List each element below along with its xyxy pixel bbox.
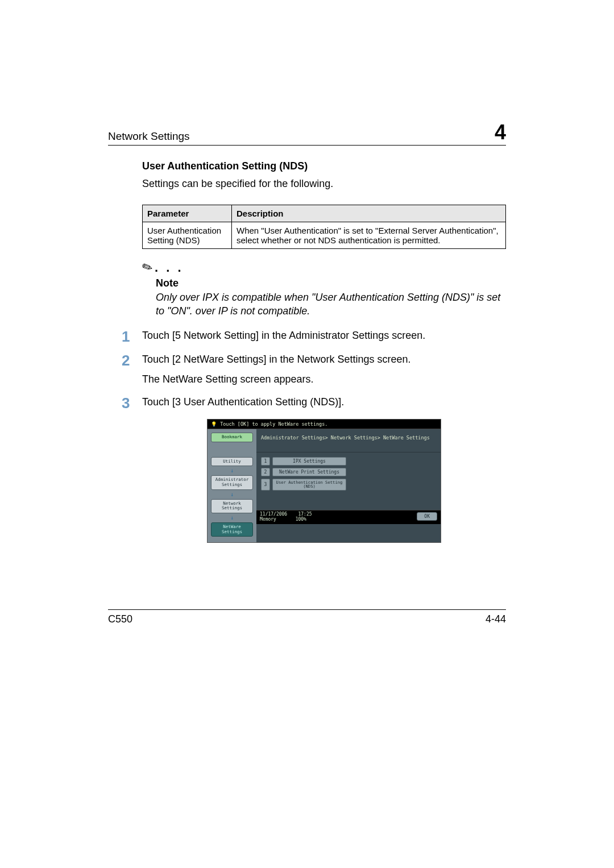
device-main: Administrator Settings> Network Settings…: [256, 429, 441, 542]
th-description: Description: [232, 205, 506, 222]
parameter-table: Parameter Description User Authenticatio…: [142, 205, 506, 249]
sidebar-admin-settings-button[interactable]: Administrator Settings: [211, 475, 253, 489]
menu-label: IPX Settings: [272, 457, 346, 466]
step-number: 2: [122, 352, 142, 387]
step-1: 1 Touch [5 Network Setting] in the Admin…: [142, 329, 506, 345]
lightbulb-icon: 💡: [211, 421, 217, 427]
device-hint-bar: 💡 Touch [OK] to apply NetWare settings.: [208, 420, 441, 429]
step-text: Touch [5 Network Setting] in the Adminis…: [142, 329, 425, 345]
step-3: 3 Touch [3 User Authentication Setting (…: [142, 395, 506, 412]
device-breadcrumb: Administrator Settings> Network Settings…: [256, 429, 441, 452]
sidebar-netware-settings-button[interactable]: NetWare Settings: [211, 522, 253, 537]
step-text-main: Touch [2 NetWare Settings] in the Networ…: [142, 354, 411, 365]
note-body: Only over IPX is compatible when "User A…: [156, 290, 506, 318]
note-title: Note: [156, 277, 506, 289]
section-intro: Settings can be specified for the follow…: [142, 178, 506, 190]
steps-list: 1 Touch [5 Network Setting] in the Admin…: [142, 329, 506, 412]
arrow-down-icon: ↓: [230, 492, 234, 497]
menu-label: User Authentication Setting (NDS): [272, 479, 346, 490]
page-footer: C550 4-44: [108, 609, 506, 625]
arrow-down-icon: ↓: [230, 515, 234, 521]
ok-button[interactable]: OK: [417, 512, 437, 521]
step-2: 2 Touch [2 NetWare Settings] in the Netw…: [142, 352, 506, 387]
menu-item-1[interactable]: 1 IPX Settings: [261, 457, 436, 466]
menu-item-3[interactable]: 3 User Authentication Setting (NDS): [261, 479, 436, 490]
menu-number: 1: [261, 457, 270, 466]
status-memory-value: 100%: [296, 517, 306, 522]
note-block: ✎. . . Note Only over IPX is compatible …: [142, 260, 506, 318]
running-head: Network Settings 4: [108, 122, 506, 146]
device-sidebar: Bookmark Utility ↓ Administrator Setting…: [208, 429, 256, 542]
content: User Authentication Setting (NDS) Settin…: [142, 160, 506, 543]
table-row: User Authentication Setting (NDS) When "…: [143, 222, 506, 249]
step-subtext: The NetWare Setting screen appears.: [142, 372, 411, 387]
menu-item-2[interactable]: 2 NetWare Print Settings: [261, 468, 436, 476]
device-body: Bookmark Utility ↓ Administrator Setting…: [208, 429, 441, 542]
page: Network Settings 4 User Authentication S…: [0, 0, 614, 868]
th-parameter: Parameter: [143, 205, 232, 222]
step-number: 3: [122, 395, 142, 412]
step-number: 1: [122, 329, 142, 345]
td-parameter: User Authentication Setting (NDS): [143, 222, 232, 249]
device-menu: 1 IPX Settings 2 NetWare Print Settings …: [256, 452, 441, 509]
sidebar-utility-button[interactable]: Utility: [211, 457, 253, 467]
footer-model: C550: [108, 613, 132, 625]
section-heading: User Authentication Setting (NDS): [142, 160, 506, 172]
sidebar-network-settings-button[interactable]: Network Settings: [211, 499, 253, 513]
table-header-row: Parameter Description: [143, 205, 506, 222]
step-text: Touch [3 User Authentication Setting (ND…: [142, 395, 344, 412]
ellipsis-icon: . . .: [155, 260, 184, 275]
device-hint-text: Touch [OK] to apply NetWare settings.: [220, 421, 327, 427]
device-panel: 💡 Touch [OK] to apply NetWare settings. …: [207, 419, 441, 543]
td-description: When "User Authentication" is set to "Ex…: [232, 222, 506, 249]
menu-label: NetWare Print Settings: [272, 468, 346, 476]
step-text: Touch [2 NetWare Settings] in the Networ…: [142, 352, 411, 387]
arrow-down-icon: ↓: [230, 468, 234, 474]
status-left: 11/17/2006 17:25 Memory 100%: [260, 512, 312, 522]
chapter-number: 4: [495, 122, 506, 143]
menu-number: 2: [261, 468, 270, 476]
footer-page-number: 4-44: [486, 613, 506, 625]
menu-number: 3: [261, 479, 270, 490]
pencil-icon: ✎: [139, 259, 155, 276]
status-time: 17:25: [298, 512, 312, 517]
running-head-title: Network Settings: [108, 130, 190, 143]
status-memory-label: Memory: [260, 517, 276, 522]
device-screenshot: 💡 Touch [OK] to apply NetWare settings. …: [142, 419, 506, 543]
status-date: 11/17/2006: [260, 512, 287, 517]
sidebar-bookmark-button[interactable]: Bookmark: [211, 433, 253, 442]
device-status-bar: 11/17/2006 17:25 Memory 100% OK: [256, 510, 441, 524]
